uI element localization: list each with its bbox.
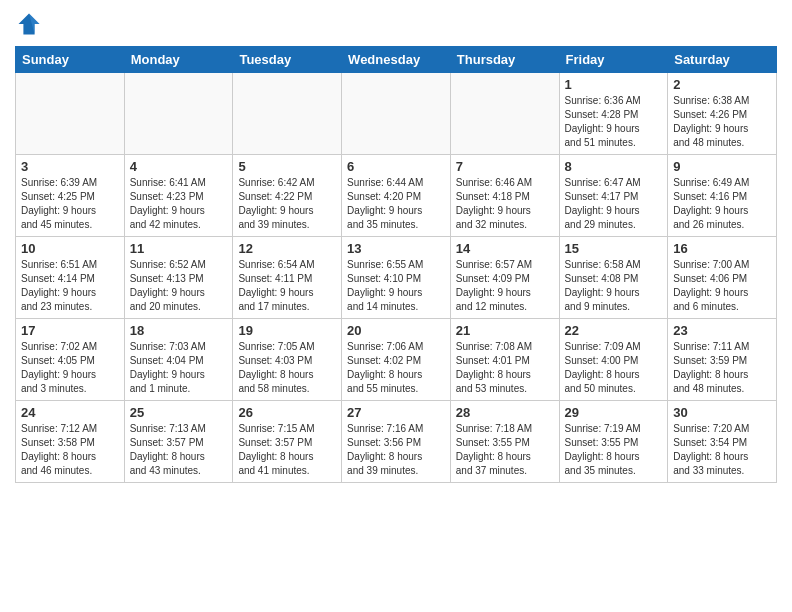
calendar-cell bbox=[16, 73, 125, 155]
calendar-cell: 6Sunrise: 6:44 AM Sunset: 4:20 PM Daylig… bbox=[342, 155, 451, 237]
day-number: 4 bbox=[130, 159, 228, 174]
day-info: Sunrise: 6:52 AM Sunset: 4:13 PM Dayligh… bbox=[130, 258, 228, 314]
calendar-cell: 22Sunrise: 7:09 AM Sunset: 4:00 PM Dayli… bbox=[559, 319, 668, 401]
day-info: Sunrise: 6:39 AM Sunset: 4:25 PM Dayligh… bbox=[21, 176, 119, 232]
day-number: 12 bbox=[238, 241, 336, 256]
day-info: Sunrise: 6:49 AM Sunset: 4:16 PM Dayligh… bbox=[673, 176, 771, 232]
day-info: Sunrise: 7:08 AM Sunset: 4:01 PM Dayligh… bbox=[456, 340, 554, 396]
calendar-cell: 14Sunrise: 6:57 AM Sunset: 4:09 PM Dayli… bbox=[450, 237, 559, 319]
day-info: Sunrise: 7:13 AM Sunset: 3:57 PM Dayligh… bbox=[130, 422, 228, 478]
day-info: Sunrise: 7:20 AM Sunset: 3:54 PM Dayligh… bbox=[673, 422, 771, 478]
day-info: Sunrise: 6:46 AM Sunset: 4:18 PM Dayligh… bbox=[456, 176, 554, 232]
day-number: 8 bbox=[565, 159, 663, 174]
calendar-week-0: 1Sunrise: 6:36 AM Sunset: 4:28 PM Daylig… bbox=[16, 73, 777, 155]
day-info: Sunrise: 7:19 AM Sunset: 3:55 PM Dayligh… bbox=[565, 422, 663, 478]
day-number: 10 bbox=[21, 241, 119, 256]
day-info: Sunrise: 6:54 AM Sunset: 4:11 PM Dayligh… bbox=[238, 258, 336, 314]
calendar-cell: 3Sunrise: 6:39 AM Sunset: 4:25 PM Daylig… bbox=[16, 155, 125, 237]
day-info: Sunrise: 7:06 AM Sunset: 4:02 PM Dayligh… bbox=[347, 340, 445, 396]
calendar-cell: 15Sunrise: 6:58 AM Sunset: 4:08 PM Dayli… bbox=[559, 237, 668, 319]
calendar-cell: 26Sunrise: 7:15 AM Sunset: 3:57 PM Dayli… bbox=[233, 401, 342, 483]
calendar-header-wednesday: Wednesday bbox=[342, 47, 451, 73]
day-info: Sunrise: 7:03 AM Sunset: 4:04 PM Dayligh… bbox=[130, 340, 228, 396]
day-info: Sunrise: 7:16 AM Sunset: 3:56 PM Dayligh… bbox=[347, 422, 445, 478]
calendar-cell: 12Sunrise: 6:54 AM Sunset: 4:11 PM Dayli… bbox=[233, 237, 342, 319]
day-info: Sunrise: 6:42 AM Sunset: 4:22 PM Dayligh… bbox=[238, 176, 336, 232]
day-number: 26 bbox=[238, 405, 336, 420]
day-info: Sunrise: 6:44 AM Sunset: 4:20 PM Dayligh… bbox=[347, 176, 445, 232]
page-container: SundayMondayTuesdayWednesdayThursdayFrid… bbox=[0, 0, 792, 612]
day-number: 27 bbox=[347, 405, 445, 420]
calendar-week-1: 3Sunrise: 6:39 AM Sunset: 4:25 PM Daylig… bbox=[16, 155, 777, 237]
day-info: Sunrise: 7:15 AM Sunset: 3:57 PM Dayligh… bbox=[238, 422, 336, 478]
calendar-cell: 27Sunrise: 7:16 AM Sunset: 3:56 PM Dayli… bbox=[342, 401, 451, 483]
day-number: 9 bbox=[673, 159, 771, 174]
day-info: Sunrise: 6:38 AM Sunset: 4:26 PM Dayligh… bbox=[673, 94, 771, 150]
day-number: 15 bbox=[565, 241, 663, 256]
day-number: 19 bbox=[238, 323, 336, 338]
calendar-cell: 8Sunrise: 6:47 AM Sunset: 4:17 PM Daylig… bbox=[559, 155, 668, 237]
day-info: Sunrise: 7:12 AM Sunset: 3:58 PM Dayligh… bbox=[21, 422, 119, 478]
calendar-table: SundayMondayTuesdayWednesdayThursdayFrid… bbox=[15, 46, 777, 483]
calendar-week-4: 24Sunrise: 7:12 AM Sunset: 3:58 PM Dayli… bbox=[16, 401, 777, 483]
calendar-cell: 17Sunrise: 7:02 AM Sunset: 4:05 PM Dayli… bbox=[16, 319, 125, 401]
calendar-week-3: 17Sunrise: 7:02 AM Sunset: 4:05 PM Dayli… bbox=[16, 319, 777, 401]
calendar-cell: 5Sunrise: 6:42 AM Sunset: 4:22 PM Daylig… bbox=[233, 155, 342, 237]
calendar-header-friday: Friday bbox=[559, 47, 668, 73]
day-info: Sunrise: 7:02 AM Sunset: 4:05 PM Dayligh… bbox=[21, 340, 119, 396]
calendar-cell: 4Sunrise: 6:41 AM Sunset: 4:23 PM Daylig… bbox=[124, 155, 233, 237]
calendar-cell: 1Sunrise: 6:36 AM Sunset: 4:28 PM Daylig… bbox=[559, 73, 668, 155]
day-number: 11 bbox=[130, 241, 228, 256]
day-number: 7 bbox=[456, 159, 554, 174]
calendar-cell bbox=[450, 73, 559, 155]
day-number: 13 bbox=[347, 241, 445, 256]
calendar-cell: 30Sunrise: 7:20 AM Sunset: 3:54 PM Dayli… bbox=[668, 401, 777, 483]
calendar-cell bbox=[124, 73, 233, 155]
calendar-cell bbox=[233, 73, 342, 155]
day-info: Sunrise: 6:55 AM Sunset: 4:10 PM Dayligh… bbox=[347, 258, 445, 314]
calendar-cell: 20Sunrise: 7:06 AM Sunset: 4:02 PM Dayli… bbox=[342, 319, 451, 401]
day-number: 3 bbox=[21, 159, 119, 174]
day-number: 24 bbox=[21, 405, 119, 420]
day-info: Sunrise: 6:41 AM Sunset: 4:23 PM Dayligh… bbox=[130, 176, 228, 232]
day-number: 22 bbox=[565, 323, 663, 338]
day-number: 16 bbox=[673, 241, 771, 256]
day-number: 30 bbox=[673, 405, 771, 420]
day-info: Sunrise: 6:47 AM Sunset: 4:17 PM Dayligh… bbox=[565, 176, 663, 232]
day-number: 18 bbox=[130, 323, 228, 338]
calendar-cell: 21Sunrise: 7:08 AM Sunset: 4:01 PM Dayli… bbox=[450, 319, 559, 401]
calendar-cell: 19Sunrise: 7:05 AM Sunset: 4:03 PM Dayli… bbox=[233, 319, 342, 401]
calendar-cell: 11Sunrise: 6:52 AM Sunset: 4:13 PM Dayli… bbox=[124, 237, 233, 319]
calendar-header-sunday: Sunday bbox=[16, 47, 125, 73]
day-info: Sunrise: 6:36 AM Sunset: 4:28 PM Dayligh… bbox=[565, 94, 663, 150]
calendar-cell: 29Sunrise: 7:19 AM Sunset: 3:55 PM Dayli… bbox=[559, 401, 668, 483]
day-number: 20 bbox=[347, 323, 445, 338]
logo-icon bbox=[15, 10, 43, 38]
day-number: 2 bbox=[673, 77, 771, 92]
day-info: Sunrise: 6:57 AM Sunset: 4:09 PM Dayligh… bbox=[456, 258, 554, 314]
calendar-cell bbox=[342, 73, 451, 155]
day-number: 5 bbox=[238, 159, 336, 174]
day-number: 14 bbox=[456, 241, 554, 256]
day-number: 21 bbox=[456, 323, 554, 338]
day-info: Sunrise: 6:51 AM Sunset: 4:14 PM Dayligh… bbox=[21, 258, 119, 314]
calendar-cell: 18Sunrise: 7:03 AM Sunset: 4:04 PM Dayli… bbox=[124, 319, 233, 401]
calendar-cell: 24Sunrise: 7:12 AM Sunset: 3:58 PM Dayli… bbox=[16, 401, 125, 483]
calendar-cell: 10Sunrise: 6:51 AM Sunset: 4:14 PM Dayli… bbox=[16, 237, 125, 319]
logo bbox=[15, 10, 47, 38]
calendar-cell: 7Sunrise: 6:46 AM Sunset: 4:18 PM Daylig… bbox=[450, 155, 559, 237]
calendar-header-row: SundayMondayTuesdayWednesdayThursdayFrid… bbox=[16, 47, 777, 73]
day-info: Sunrise: 7:00 AM Sunset: 4:06 PM Dayligh… bbox=[673, 258, 771, 314]
header bbox=[15, 10, 777, 38]
calendar-cell: 2Sunrise: 6:38 AM Sunset: 4:26 PM Daylig… bbox=[668, 73, 777, 155]
calendar-header-thursday: Thursday bbox=[450, 47, 559, 73]
calendar-cell: 25Sunrise: 7:13 AM Sunset: 3:57 PM Dayli… bbox=[124, 401, 233, 483]
day-number: 23 bbox=[673, 323, 771, 338]
calendar-header-monday: Monday bbox=[124, 47, 233, 73]
day-number: 17 bbox=[21, 323, 119, 338]
calendar-week-2: 10Sunrise: 6:51 AM Sunset: 4:14 PM Dayli… bbox=[16, 237, 777, 319]
day-number: 25 bbox=[130, 405, 228, 420]
day-number: 28 bbox=[456, 405, 554, 420]
day-number: 29 bbox=[565, 405, 663, 420]
calendar-cell: 9Sunrise: 6:49 AM Sunset: 4:16 PM Daylig… bbox=[668, 155, 777, 237]
